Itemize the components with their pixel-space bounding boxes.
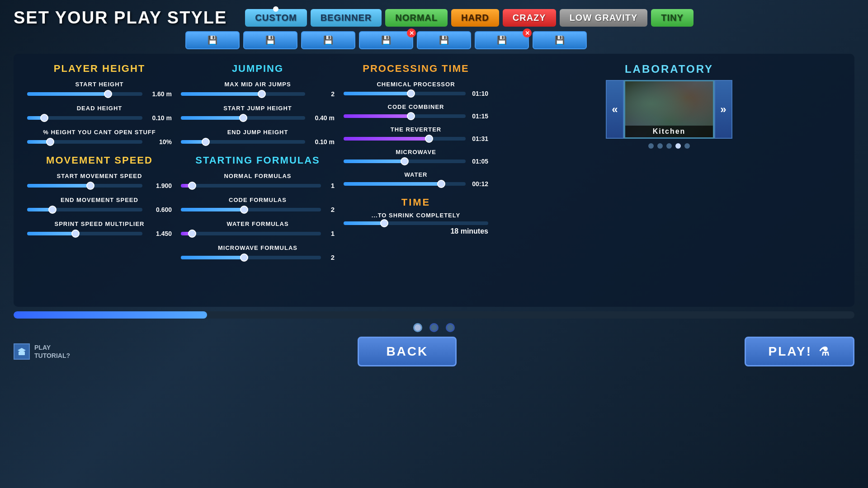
mid-air-jumps-thumb[interactable] — [258, 90, 266, 98]
bottom-buttons: PLAY TUTORIAL? BACK PLAY! ⚗ — [0, 337, 868, 366]
save-icon-5: 💾 — [497, 35, 507, 45]
start-move-thumb[interactable] — [86, 182, 94, 190]
code-combiner-row: 01:15 — [344, 113, 488, 120]
page-dot-1[interactable] — [429, 323, 439, 332]
chemical-processor-row: 01:10 — [344, 90, 488, 97]
style-btn-crazy[interactable]: CRAZY — [503, 9, 556, 27]
active-indicator — [273, 6, 278, 12]
end-jump-track[interactable] — [181, 140, 305, 144]
style-btn-normal[interactable]: NORMAL — [385, 9, 448, 27]
style-btn-beginner[interactable]: BEGINNER — [311, 9, 382, 27]
code-combiner-thumb[interactable] — [407, 112, 415, 120]
time-track[interactable] — [344, 221, 488, 225]
mid-air-jumps-value: 2 — [310, 90, 335, 98]
start-jump-row: 0.40 m — [181, 114, 335, 122]
column-3: PROCESSING TIME CHEMICAL PROCESSOR 01:10… — [344, 63, 488, 298]
water-formulas-group: WATER FORMULAS 1 — [181, 221, 335, 237]
start-height-thumb[interactable] — [104, 90, 112, 98]
code-formulas-track[interactable] — [181, 208, 321, 211]
end-jump-row: 0.10 m — [181, 138, 335, 145]
save-btn-3[interactable]: 💾 ✕ — [359, 31, 413, 49]
microwave-thumb[interactable] — [401, 157, 409, 165]
microwave-formulas-track[interactable] — [181, 256, 321, 259]
mid-air-jumps-fill — [181, 92, 262, 96]
code-combiner-label: CODE COMBINER — [344, 103, 488, 110]
start-jump-thumb[interactable] — [239, 114, 247, 122]
reverter-thumb[interactable] — [425, 135, 433, 143]
style-btn-tiny[interactable]: TINY — [651, 9, 693, 27]
microwave-formulas-fill — [181, 256, 244, 259]
sprint-group: SPRINT SPEED MULTIPLIER 1.450 — [27, 221, 172, 237]
lab-next-button[interactable]: » — [714, 80, 732, 139]
lab-dot-4[interactable] — [684, 143, 690, 149]
save-btn-2[interactable]: 💾 — [301, 31, 355, 49]
graduation-icon — [17, 347, 26, 356]
laboratory-title: LABORATORY — [497, 63, 841, 75]
start-move-track[interactable] — [27, 184, 142, 188]
starting-formulas-title: STARTING FORMULAS — [181, 155, 335, 166]
save-btn-4[interactable]: 💾 — [417, 31, 471, 49]
lab-map-name: Kitchen — [625, 126, 713, 137]
end-jump-thumb[interactable] — [202, 138, 210, 146]
code-combiner-track[interactable] — [344, 114, 466, 118]
style-btn-low-gravity[interactable]: LOW GRAVITY — [560, 9, 648, 27]
dead-height-thumb[interactable] — [40, 114, 48, 122]
start-jump-track[interactable] — [181, 116, 305, 120]
microwave-formulas-thumb[interactable] — [240, 253, 248, 262]
water-formulas-track[interactable] — [181, 232, 321, 235]
lab-dot-0[interactable] — [648, 143, 654, 149]
lab-dot-3[interactable] — [675, 143, 681, 149]
reverter-track[interactable] — [344, 137, 466, 141]
start-height-fill — [27, 92, 108, 96]
normal-formulas-row: 1 — [181, 182, 335, 189]
save-btn-6[interactable]: 💾 — [533, 31, 587, 49]
lab-dot-1[interactable] — [657, 143, 663, 149]
dead-height-label: DEAD HEIGHT — [27, 105, 172, 112]
end-move-row: 0.600 — [27, 206, 172, 213]
back-button[interactable]: BACK — [358, 337, 457, 366]
water-track[interactable] — [344, 182, 466, 186]
start-move-group: START MOVEMENT SPEED 1.900 — [27, 173, 172, 189]
end-move-thumb[interactable] — [48, 206, 57, 214]
cant-open-thumb[interactable] — [46, 138, 54, 146]
cant-open-track[interactable] — [27, 140, 142, 144]
time-thumb[interactable] — [380, 219, 388, 227]
water-formulas-value: 1 — [326, 230, 335, 237]
style-btn-hard[interactable]: HARD — [451, 9, 499, 27]
save-icon-2: 💾 — [323, 35, 333, 45]
save-btn-1[interactable]: 💾 — [243, 31, 297, 49]
start-height-track[interactable] — [27, 92, 142, 96]
page-dot-0[interactable] — [413, 323, 422, 332]
chemical-processor-track[interactable] — [344, 92, 466, 95]
style-buttons-row: CUSTOM BEGINNER NORMAL HARD CRAZY LOW GR… — [245, 9, 693, 27]
sprint-thumb[interactable] — [71, 230, 80, 238]
end-jump-value: 0.10 m — [310, 138, 335, 145]
water-label: WATER — [344, 171, 488, 178]
water-formulas-thumb[interactable] — [188, 230, 196, 238]
save-btn-0[interactable]: 💾 — [185, 31, 240, 49]
code-formulas-thumb[interactable] — [240, 206, 248, 214]
tutorial-icon[interactable] — [14, 343, 30, 360]
x-badge-3: ✕ — [407, 28, 416, 38]
end-move-track[interactable] — [27, 208, 142, 211]
column-2: JUMPING MAX MID AIR JUMPS 2 START JUMP H… — [181, 63, 335, 298]
water-thumb[interactable] — [437, 180, 445, 188]
cant-open-group: % HEIGHT YOU CANT OPEN STUFF 10% — [27, 129, 172, 145]
style-btn-custom[interactable]: CUSTOM — [245, 9, 307, 27]
sprint-track[interactable] — [27, 232, 142, 235]
mid-air-jumps-track[interactable] — [181, 92, 305, 96]
normal-formulas-track[interactable] — [181, 184, 321, 188]
lab-dot-2[interactable] — [666, 143, 672, 149]
page-dot-2[interactable] — [446, 323, 455, 332]
play-button[interactable]: PLAY! ⚗ — [745, 337, 854, 366]
chemical-processor-thumb[interactable] — [407, 89, 415, 98]
column-1: PLAYER HEIGHT START HEIGHT 1.60 m DEAD H… — [27, 63, 172, 298]
lab-prev-button[interactable]: « — [606, 80, 624, 139]
normal-formulas-thumb[interactable] — [188, 182, 196, 190]
tutorial-area: PLAY TUTORIAL? — [14, 343, 70, 360]
microwave-track[interactable] — [344, 160, 466, 163]
dead-height-track[interactable] — [27, 116, 142, 120]
cant-open-value: 10% — [147, 138, 172, 145]
save-btn-5[interactable]: 💾 ✕ — [475, 31, 529, 49]
normal-formulas-label: NORMAL FORMULAS — [181, 173, 335, 179]
